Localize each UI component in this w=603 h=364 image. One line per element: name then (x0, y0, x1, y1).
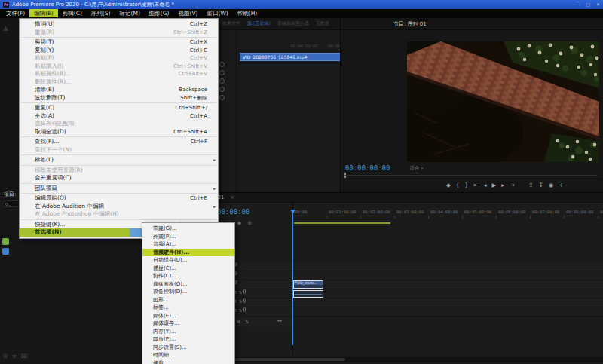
zoom-fit-dropdown[interactable]: 适合 ▾ (410, 165, 424, 172)
menu-item-remove-attributes[interactable]: 删除属性(R)... (20, 78, 218, 87)
menu-item-remove-unused[interactable]: 移除未使用资源(R) (20, 167, 218, 175)
submenu-item-timeline[interactable]: 时间轴... (142, 351, 234, 359)
tab-source-monitor[interactable]: 源:(无剪辑) (247, 20, 271, 27)
mute-button[interactable]: M (235, 319, 241, 326)
submenu-item-media-cache[interactable]: 媒体缓存... (142, 320, 234, 328)
menu-sequence[interactable]: 序列(S) (87, 9, 115, 18)
go-to-out-button[interactable]: ⇥ (510, 182, 514, 189)
submenu-item-audio-hardware[interactable]: 音频硬件(H)... (142, 249, 234, 257)
step-back-button[interactable]: ◂ (484, 182, 487, 189)
menu-clip[interactable]: 剪辑(C) (58, 9, 87, 18)
menu-item-cut[interactable]: 剪切(T) Ctrl+X (20, 38, 218, 47)
menu-item-deselect-all[interactable]: 取消全选(D) Ctrl+Shift+A (20, 128, 218, 136)
menu-item-duplicate[interactable]: 重复(C) Ctrl+Shift+/ (20, 104, 218, 112)
playhead-line[interactable] (292, 210, 293, 345)
submenu-item-memory[interactable]: 内存(Y)... (142, 328, 234, 336)
program-scrub-bar[interactable] (344, 175, 597, 176)
submenu-item-general[interactable]: 常规(G)... (142, 225, 234, 233)
mark-out-button[interactable]: } (465, 182, 469, 189)
play-button[interactable]: ▶ (491, 182, 496, 189)
solo-button[interactable]: S (237, 307, 243, 317)
menu-help[interactable]: 帮助(H) (233, 9, 262, 18)
menu-item-find-next[interactable]: 查找下一个(N) (20, 146, 218, 154)
menu-edit[interactable]: 编辑(E) (29, 9, 58, 18)
menu-item-consolidate-duplicates[interactable]: 合并重复项(C) (20, 174, 218, 182)
add-marker-icon[interactable]: ◆ (237, 220, 241, 226)
menu-item-copy[interactable]: 复制(Y) Ctrl+C (20, 47, 218, 55)
tab-metadata[interactable]: 元数据 (316, 20, 329, 27)
menu-item-clear[interactable]: 清除(E) Backspace (20, 86, 218, 94)
selected-clip-row[interactable]: VID_20200706_165846.mp4 (240, 53, 350, 61)
fx-toggle-icon[interactable] (219, 95, 225, 100)
submenu-item-control-surface[interactable]: 操纵面板(O)... (142, 280, 234, 289)
fx-toggle-icon[interactable] (219, 62, 225, 67)
menu-item-paste-insert[interactable]: 粘贴插入(I) Ctrl+Shift+V (20, 63, 218, 71)
menu-item-paste[interactable]: 粘贴(P) Ctrl+V (20, 54, 218, 63)
title-bar[interactable]: Pr Adobe Premiere Pro 2020 - C:\用户\Admin… (0, 0, 603, 9)
export-frame-button[interactable]: ◉ (549, 182, 554, 189)
step-forward-button[interactable]: ▸ (501, 182, 504, 189)
menu-item-ripple-delete[interactable]: 波纹删除(T) Shift+删除 (20, 94, 218, 102)
go-to-in-button[interactable]: ⇤ (473, 182, 478, 189)
solo-button[interactable]: S (244, 319, 250, 326)
fx-toggle-icon[interactable] (219, 78, 225, 84)
tab-effect-controls[interactable]: 效果控件 (222, 20, 240, 27)
maximize-button[interactable]: □ (586, 0, 590, 9)
timeline-ruler[interactable]: 00:0000:01:00:0000:02:00:0000:03:00:0000… (292, 210, 603, 216)
track-lane[interactable] (246, 298, 603, 307)
submenu-item-audio[interactable]: 音频(A)... (142, 240, 234, 249)
menu-item-undo[interactable]: 撤消(U) Ctrl+Z (20, 20, 218, 29)
project-view-icon[interactable]: ⊞ (3, 353, 8, 359)
submenu-item-device-control[interactable]: 设备控制(D)... (142, 288, 234, 296)
button-editor[interactable]: + (559, 182, 563, 189)
work-area-bar[interactable] (294, 222, 390, 224)
menu-file[interactable]: 文件(F) (2, 9, 29, 18)
menu-item-redo[interactable]: 重做(R) Ctrl+Shift+Z (20, 29, 218, 37)
fx-toggle-icon[interactable] (219, 70, 225, 75)
submenu-item-media[interactable]: 媒体(E)... (142, 312, 234, 320)
submenu-item-sync-settings[interactable]: 同步设置(S)... (142, 344, 234, 352)
submenu-item-graphics[interactable]: 图形... (142, 296, 234, 304)
menu-item-find[interactable]: 查找(F)... Ctrl+F (20, 138, 218, 146)
menu-graphics[interactable]: 图形(G) (145, 9, 174, 18)
extract-button[interactable]: ↧ (539, 182, 543, 189)
timeline-video-clip[interactable]: VID_2020... (293, 280, 323, 289)
menu-item-team-projects[interactable]: 团队项目 ▸ (20, 185, 218, 193)
mark-in-button[interactable]: { (456, 182, 460, 189)
track-height-toggle-icon[interactable]: ↔ (277, 318, 282, 324)
add-marker-button[interactable]: ◆ (446, 182, 451, 189)
program-timecode[interactable]: 00:00:00:00 (345, 164, 390, 172)
program-video-frame[interactable] (407, 41, 599, 162)
timeline-display-settings-icon[interactable]: ⊚ (247, 220, 252, 226)
menu-item-select-all-matches[interactable]: 选择所有匹配项 (20, 120, 218, 128)
tab-project[interactable]: 项目: (0, 191, 20, 198)
solo-button[interactable]: S (237, 289, 243, 298)
project-list-view-icon[interactable]: ≡ (12, 353, 17, 359)
menu-item-select-all[interactable]: 全选(A) Ctrl+A (20, 112, 218, 121)
menu-item-edit-in-photoshop[interactable]: 在 Adobe Photoshop 中编辑(H) (20, 210, 218, 219)
track-lane[interactable] (246, 307, 603, 317)
timeline-scrollbar[interactable] (200, 357, 603, 362)
submenu-item-trim[interactable]: 修剪... (142, 359, 234, 364)
lift-button[interactable]: ↥ (528, 182, 533, 189)
solo-button[interactable]: S (237, 298, 243, 307)
submenu-item-labels[interactable]: 标签... (142, 304, 234, 312)
close-icon[interactable]: × (230, 194, 234, 200)
timeline-audio-clip[interactable] (293, 290, 323, 298)
menu-item-paste-attributes[interactable]: 粘贴属性(B)... Ctrl+Alt+V (20, 70, 218, 78)
close-button[interactable]: ✕ (596, 0, 600, 9)
submenu-item-collaboration[interactable]: 协作(C)... (142, 272, 234, 280)
tab-audio-clip-mixer[interactable]: 音频剪辑混合器 (277, 20, 309, 27)
submenu-item-playback[interactable]: 回放(P)... (142, 335, 234, 344)
menu-item-label[interactable]: 标签(L) ▸ (20, 156, 218, 164)
submenu-item-appearance[interactable]: 外观(P)... (142, 233, 234, 241)
menu-markers[interactable]: 标记(M) (115, 9, 144, 18)
menu-window[interactable]: 窗口(W) (202, 9, 232, 18)
menu-item-edit-in-audition[interactable]: 在 Adobe Audition 中编辑 ▸ (20, 203, 218, 211)
tab-program-monitor[interactable]: 节目: 序列 01 (389, 20, 431, 28)
minimize-button[interactable]: — (575, 0, 580, 9)
project-delete-icon[interactable]: ⌧ (21, 353, 27, 359)
menu-view[interactable]: 视图(V) (173, 9, 202, 18)
fx-toggle-icon[interactable] (219, 87, 225, 92)
submenu-item-auto-save[interactable]: 自动保存(U)... (142, 256, 234, 265)
